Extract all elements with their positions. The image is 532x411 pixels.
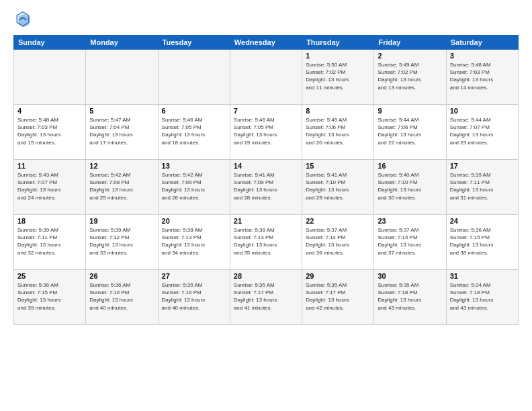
day-number: 18 xyxy=(17,217,82,225)
day-detail: Sunrise: 5:39 AM Sunset: 7:11 PM Dayligh… xyxy=(450,171,515,201)
day-detail: Sunrise: 5:44 AM Sunset: 7:06 PM Dayligh… xyxy=(378,116,442,146)
day-number: 30 xyxy=(378,272,442,280)
day-cell-7: 7Sunrise: 5:46 AM Sunset: 7:05 PM Daylig… xyxy=(230,105,302,160)
calendar-table: SundayMondayTuesdayWednesdayThursdayFrid… xyxy=(13,35,519,325)
day-detail: Sunrise: 5:37 AM Sunset: 7:14 PM Dayligh… xyxy=(306,226,370,257)
day-cell-30: 30Sunrise: 5:35 AM Sunset: 7:18 PM Dayli… xyxy=(374,270,446,325)
day-cell-15: 15Sunrise: 5:41 AM Sunset: 7:10 PM Dayli… xyxy=(302,160,374,215)
day-cell-28: 28Sunrise: 5:35 AM Sunset: 7:17 PM Dayli… xyxy=(230,270,302,325)
calendar-header-row: SundayMondayTuesdayWednesdayThursdayFrid… xyxy=(14,36,519,50)
day-cell-17: 17Sunrise: 5:39 AM Sunset: 7:11 PM Dayli… xyxy=(446,160,518,215)
day-cell-19: 19Sunrise: 5:39 AM Sunset: 7:12 PM Dayli… xyxy=(86,215,158,270)
day-cell-29: 29Sunrise: 5:35 AM Sunset: 7:17 PM Dayli… xyxy=(302,270,374,325)
day-number: 16 xyxy=(378,162,442,170)
week-row-4: 18Sunrise: 5:39 AM Sunset: 7:11 PM Dayli… xyxy=(14,215,519,270)
day-detail: Sunrise: 5:35 AM Sunset: 7:16 PM Dayligh… xyxy=(162,281,226,312)
day-number: 11 xyxy=(17,162,82,170)
day-detail: Sunrise: 5:35 AM Sunset: 7:17 PM Dayligh… xyxy=(306,281,370,312)
day-detail: Sunrise: 5:47 AM Sunset: 7:04 PM Dayligh… xyxy=(89,116,154,146)
day-number: 22 xyxy=(306,217,370,225)
day-cell-23: 23Sunrise: 5:37 AM Sunset: 7:14 PM Dayli… xyxy=(374,215,446,270)
empty-cell xyxy=(86,50,158,105)
day-cell-6: 6Sunrise: 5:46 AM Sunset: 7:05 PM Daylig… xyxy=(158,105,230,160)
day-number: 8 xyxy=(306,107,370,115)
day-cell-5: 5Sunrise: 5:47 AM Sunset: 7:04 PM Daylig… xyxy=(86,105,158,160)
day-detail: Sunrise: 5:39 AM Sunset: 7:11 PM Dayligh… xyxy=(17,226,82,257)
day-detail: Sunrise: 5:36 AM Sunset: 7:15 PM Dayligh… xyxy=(450,226,515,257)
day-detail: Sunrise: 5:36 AM Sunset: 7:15 PM Dayligh… xyxy=(17,281,82,312)
day-cell-3: 3Sunrise: 5:48 AM Sunset: 7:03 PM Daylig… xyxy=(446,50,518,105)
day-number: 23 xyxy=(378,217,442,225)
day-header-sunday: Sunday xyxy=(14,36,86,50)
day-cell-4: 4Sunrise: 5:48 AM Sunset: 7:03 PM Daylig… xyxy=(14,105,86,160)
day-number: 31 xyxy=(450,272,515,280)
week-row-3: 11Sunrise: 5:43 AM Sunset: 7:07 PM Dayli… xyxy=(14,160,519,215)
day-cell-14: 14Sunrise: 5:41 AM Sunset: 7:09 PM Dayli… xyxy=(230,160,302,215)
week-row-5: 25Sunrise: 5:36 AM Sunset: 7:15 PM Dayli… xyxy=(14,270,519,325)
day-header-thursday: Thursday xyxy=(302,36,374,50)
empty-cell xyxy=(230,50,302,105)
day-detail: Sunrise: 5:44 AM Sunset: 7:07 PM Dayligh… xyxy=(450,116,515,146)
day-cell-9: 9Sunrise: 5:44 AM Sunset: 7:06 PM Daylig… xyxy=(374,105,446,160)
day-detail: Sunrise: 5:34 AM Sunset: 7:18 PM Dayligh… xyxy=(450,281,515,312)
page: SundayMondayTuesdayWednesdayThursdayFrid… xyxy=(0,0,532,411)
empty-cell xyxy=(158,50,230,105)
day-header-wednesday: Wednesday xyxy=(230,36,302,50)
day-cell-31: 31Sunrise: 5:34 AM Sunset: 7:18 PM Dayli… xyxy=(446,270,518,325)
day-detail: Sunrise: 5:49 AM Sunset: 7:02 PM Dayligh… xyxy=(378,61,442,91)
day-number: 6 xyxy=(162,107,226,115)
logo xyxy=(13,11,35,30)
day-number: 19 xyxy=(89,217,154,225)
day-cell-24: 24Sunrise: 5:36 AM Sunset: 7:15 PM Dayli… xyxy=(446,215,518,270)
day-detail: Sunrise: 5:36 AM Sunset: 7:16 PM Dayligh… xyxy=(89,281,154,312)
day-cell-20: 20Sunrise: 5:38 AM Sunset: 7:13 PM Dayli… xyxy=(158,215,230,270)
day-detail: Sunrise: 5:43 AM Sunset: 7:07 PM Dayligh… xyxy=(17,171,82,201)
header xyxy=(13,11,519,30)
day-cell-11: 11Sunrise: 5:43 AM Sunset: 7:07 PM Dayli… xyxy=(14,160,86,215)
day-cell-18: 18Sunrise: 5:39 AM Sunset: 7:11 PM Dayli… xyxy=(14,215,86,270)
day-number: 15 xyxy=(306,162,370,170)
day-detail: Sunrise: 5:38 AM Sunset: 7:13 PM Dayligh… xyxy=(234,226,298,257)
day-detail: Sunrise: 5:39 AM Sunset: 7:12 PM Dayligh… xyxy=(89,226,154,257)
day-header-saturday: Saturday xyxy=(446,36,518,50)
day-number: 13 xyxy=(162,162,226,170)
day-detail: Sunrise: 5:48 AM Sunset: 7:03 PM Dayligh… xyxy=(450,61,515,91)
day-number: 12 xyxy=(89,162,154,170)
week-row-2: 4Sunrise: 5:48 AM Sunset: 7:03 PM Daylig… xyxy=(14,105,519,160)
day-detail: Sunrise: 5:41 AM Sunset: 7:10 PM Dayligh… xyxy=(306,171,370,201)
day-number: 14 xyxy=(234,162,298,170)
day-number: 28 xyxy=(234,272,298,280)
day-number: 2 xyxy=(378,52,442,60)
day-detail: Sunrise: 5:35 AM Sunset: 7:18 PM Dayligh… xyxy=(378,281,442,312)
day-number: 24 xyxy=(450,217,515,225)
day-detail: Sunrise: 5:40 AM Sunset: 7:10 PM Dayligh… xyxy=(378,171,442,201)
day-number: 25 xyxy=(17,272,82,280)
day-header-monday: Monday xyxy=(86,36,158,50)
day-number: 1 xyxy=(306,52,370,60)
day-header-tuesday: Tuesday xyxy=(158,36,230,50)
day-cell-25: 25Sunrise: 5:36 AM Sunset: 7:15 PM Dayli… xyxy=(14,270,86,325)
day-cell-10: 10Sunrise: 5:44 AM Sunset: 7:07 PM Dayli… xyxy=(446,105,518,160)
day-detail: Sunrise: 5:46 AM Sunset: 7:05 PM Dayligh… xyxy=(234,116,298,146)
week-row-1: 1Sunrise: 5:50 AM Sunset: 7:02 PM Daylig… xyxy=(14,50,519,105)
day-cell-13: 13Sunrise: 5:42 AM Sunset: 7:09 PM Dayli… xyxy=(158,160,230,215)
day-number: 3 xyxy=(450,52,515,60)
day-number: 20 xyxy=(162,217,226,225)
day-header-friday: Friday xyxy=(374,36,446,50)
day-number: 10 xyxy=(450,107,515,115)
day-number: 7 xyxy=(234,107,298,115)
empty-cell xyxy=(14,50,86,105)
day-number: 17 xyxy=(450,162,515,170)
day-detail: Sunrise: 5:41 AM Sunset: 7:09 PM Dayligh… xyxy=(234,171,298,201)
day-cell-16: 16Sunrise: 5:40 AM Sunset: 7:10 PM Dayli… xyxy=(374,160,446,215)
day-number: 21 xyxy=(234,217,298,225)
logo-icon xyxy=(13,11,32,30)
day-number: 29 xyxy=(306,272,370,280)
day-cell-22: 22Sunrise: 5:37 AM Sunset: 7:14 PM Dayli… xyxy=(302,215,374,270)
day-number: 9 xyxy=(378,107,442,115)
day-detail: Sunrise: 5:42 AM Sunset: 7:09 PM Dayligh… xyxy=(162,171,226,201)
day-cell-27: 27Sunrise: 5:35 AM Sunset: 7:16 PM Dayli… xyxy=(158,270,230,325)
day-detail: Sunrise: 5:42 AM Sunset: 7:08 PM Dayligh… xyxy=(89,171,154,201)
day-detail: Sunrise: 5:50 AM Sunset: 7:02 PM Dayligh… xyxy=(306,61,370,91)
day-detail: Sunrise: 5:37 AM Sunset: 7:14 PM Dayligh… xyxy=(378,226,442,257)
